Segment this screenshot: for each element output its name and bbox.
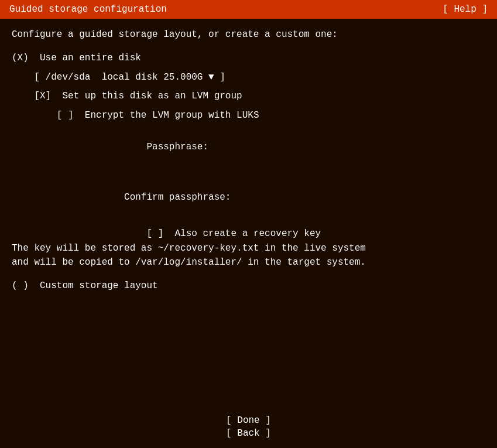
custom-layout-option[interactable]: ( ) Custom storage layout xyxy=(12,279,485,292)
help-button[interactable]: [ Help ] xyxy=(443,4,488,15)
recovery-key-checkbox[interactable]: [ ] xyxy=(12,228,163,239)
disk-selector-text[interactable]: [ /dev/sda local disk 25.000G ▼ ] xyxy=(12,72,225,83)
lvm-label: Set up this disk as an LVM group xyxy=(51,91,242,101)
recovery-key-desc1: The key will be stored as ~/recovery-key… xyxy=(12,242,485,255)
window-title: Guided storage configuration xyxy=(9,4,167,15)
confirm-passphrase-label: Confirm passphrase: xyxy=(34,192,231,203)
use-entire-disk-option[interactable]: (X) Use an entire disk xyxy=(12,52,485,64)
description: Configure a guided storage layout, or cr… xyxy=(12,28,485,41)
passphrase-row: Passphrase: xyxy=(12,128,485,167)
confirm-passphrase-row: Confirm passphrase: xyxy=(12,177,485,217)
title-bar: Guided storage configuration [ Help ] xyxy=(0,0,497,19)
done-button[interactable]: [ Done ] xyxy=(226,415,271,426)
luks-label: Encrypt the LVM group with LUKS xyxy=(74,110,259,121)
recovery-key-label: Also create a recovery key xyxy=(163,228,321,239)
luks-option[interactable]: [ ] Encrypt the LVM group with LUKS xyxy=(12,109,485,122)
bottom-buttons: [ Done ] [ Back ] xyxy=(0,415,497,439)
luks-checkbox[interactable]: [ ] xyxy=(12,110,74,121)
disk-selector[interactable]: [ /dev/sda local disk 25.000G ▼ ] xyxy=(12,71,485,84)
main-content: Configure a guided storage layout, or cr… xyxy=(0,19,497,303)
passphrase-label: Passphrase: xyxy=(34,142,208,152)
use-entire-disk-label: Use an entire disk xyxy=(29,53,141,63)
lvm-checkbox[interactable]: [X] xyxy=(12,91,51,101)
custom-layout-label: Custom storage layout xyxy=(29,281,158,291)
use-entire-disk-checkbox[interactable]: (X) xyxy=(12,53,29,63)
recovery-key-option[interactable]: [ ] Also create a recovery key xyxy=(12,227,485,240)
lvm-option[interactable]: [X] Set up this disk as an LVM group xyxy=(12,90,485,102)
custom-layout-checkbox[interactable]: ( ) xyxy=(12,281,29,291)
recovery-key-desc2: and will be copied to /var/log/installer… xyxy=(12,256,485,269)
back-button[interactable]: [ Back ] xyxy=(226,428,271,439)
